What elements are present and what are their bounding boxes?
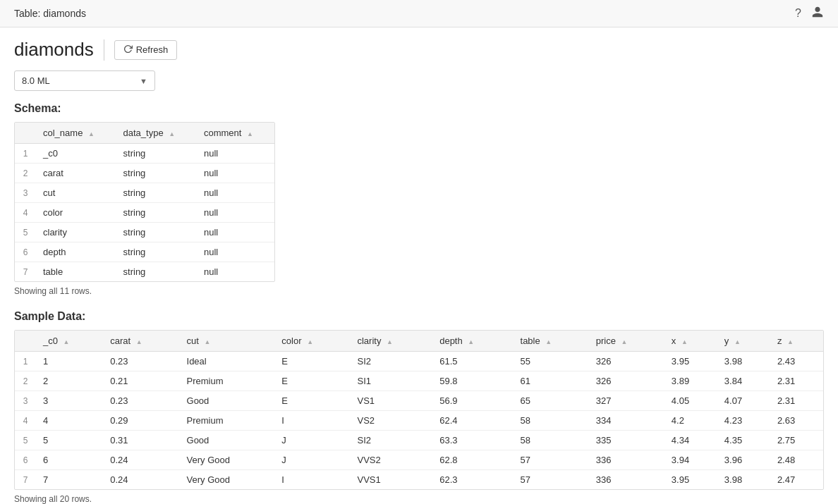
- c0-cell: 3: [36, 391, 103, 411]
- price-cell: 335: [589, 431, 664, 450]
- row-number: 4: [15, 411, 36, 431]
- table-cell: 61: [514, 371, 589, 391]
- user-icon[interactable]: [811, 6, 824, 21]
- clarity-cell: VVS2: [350, 450, 432, 470]
- y-cell: 4.35: [717, 431, 770, 450]
- sample-col-rownum: [15, 331, 36, 352]
- sample-table-wrapper: _c0 ▲ carat ▲ cut ▲ color ▲ clarity ▲ de…: [14, 330, 824, 490]
- color-cell: E: [274, 391, 350, 411]
- row-number: 3: [15, 183, 36, 203]
- version-select[interactable]: 8.0 ML: [15, 71, 154, 90]
- row-number: 1: [15, 352, 36, 371]
- x-cell: 3.95: [664, 470, 717, 490]
- depth-cell: 62.3: [432, 470, 513, 490]
- table-cell: 58: [514, 431, 589, 450]
- table-row: 3 cut string null: [15, 183, 274, 203]
- version-dropdown-wrapper[interactable]: 8.0 ML ▼: [14, 70, 155, 91]
- sample-col-cut[interactable]: cut ▲: [180, 331, 275, 352]
- z-cell: 2.47: [770, 470, 823, 490]
- price-cell: 336: [589, 470, 664, 490]
- sample-col-color[interactable]: color ▲: [274, 331, 350, 352]
- sort-icon-datatype: ▲: [169, 130, 175, 137]
- row-number: 4: [15, 203, 36, 223]
- price-cell: 334: [589, 411, 664, 431]
- c0-cell: 2: [36, 371, 103, 391]
- col-name-cell: cut: [36, 183, 116, 203]
- schema-col-datatype[interactable]: data_type ▲: [116, 123, 197, 144]
- row-number: 7: [15, 470, 36, 490]
- color-cell: J: [274, 431, 350, 450]
- clarity-cell: VS2: [350, 411, 432, 431]
- comment-cell: null: [197, 183, 274, 203]
- sort-icon-c0: ▲: [63, 338, 70, 345]
- sample-col-table[interactable]: table ▲: [514, 331, 589, 352]
- clarity-cell: SI1: [350, 371, 432, 391]
- col-name-cell: clarity: [36, 223, 116, 242]
- data-type-cell: string: [116, 203, 197, 223]
- sort-icon-color: ▲: [307, 338, 313, 345]
- sample-col-clarity[interactable]: clarity ▲: [350, 331, 432, 352]
- table-row: 6 depth string null: [15, 242, 274, 262]
- color-cell: J: [274, 450, 350, 470]
- table-row: 1 1 0.23 Ideal E SI2 61.5 55 326 3.95 3.…: [15, 352, 823, 371]
- col-name-cell: carat: [36, 164, 116, 183]
- data-type-cell: string: [116, 164, 197, 183]
- sample-showing-rows: Showing all 20 rows.: [14, 494, 824, 504]
- data-type-cell: string: [116, 262, 197, 282]
- carat-cell: 0.24: [103, 450, 179, 470]
- sample-col-carat[interactable]: carat ▲: [103, 331, 179, 352]
- row-number: 5: [15, 223, 36, 242]
- y-cell: 3.98: [717, 470, 770, 490]
- carat-cell: 0.21: [103, 371, 179, 391]
- table-row: 1 _c0 string null: [15, 144, 274, 164]
- help-icon[interactable]: ?: [795, 7, 801, 20]
- main-content: diamonds Refresh 8.0 ML ▼ Schema:: [0, 27, 838, 504]
- top-bar: Table: diamonds ?: [0, 0, 838, 27]
- col-name-cell: depth: [36, 242, 116, 262]
- page-title: diamonds: [14, 39, 94, 61]
- col-name-cell: _c0: [36, 144, 116, 164]
- sample-col-price[interactable]: price ▲: [589, 331, 664, 352]
- depth-cell: 61.5: [432, 352, 513, 371]
- sort-icon-y: ▲: [734, 338, 741, 345]
- schema-table-wrapper: col_name ▲ data_type ▲ comment ▲: [14, 122, 275, 282]
- x-cell: 4.05: [664, 391, 717, 411]
- sort-icon-z: ▲: [787, 338, 794, 345]
- price-cell: 326: [589, 371, 664, 391]
- c0-cell: 5: [36, 431, 103, 450]
- table-row: 6 6 0.24 Very Good J VVS2 62.8 57 336 3.…: [15, 450, 823, 470]
- table-cell: 57: [514, 470, 589, 490]
- sort-icon-cut: ▲: [204, 338, 210, 345]
- row-number: 2: [15, 371, 36, 391]
- sort-icon-price: ▲: [621, 338, 628, 345]
- clarity-cell: VVS1: [350, 470, 432, 490]
- schema-col-colname[interactable]: col_name ▲: [36, 123, 116, 144]
- c0-cell: 4: [36, 411, 103, 431]
- top-bar-icons: ?: [795, 6, 824, 21]
- sample-col-x[interactable]: x ▲: [664, 331, 717, 352]
- c0-cell: 6: [36, 450, 103, 470]
- cut-cell: Ideal: [180, 352, 275, 371]
- schema-col-comment[interactable]: comment ▲: [197, 123, 274, 144]
- color-cell: I: [274, 470, 350, 490]
- sample-col-y[interactable]: y ▲: [717, 331, 770, 352]
- sample-col-c0[interactable]: _c0 ▲: [36, 331, 103, 352]
- sample-col-depth[interactable]: depth ▲: [432, 331, 513, 352]
- y-cell: 3.96: [717, 450, 770, 470]
- z-cell: 2.63: [770, 411, 823, 431]
- sample-table-header-row: _c0 ▲ carat ▲ cut ▲ color ▲ clarity ▲ de…: [15, 331, 823, 352]
- schema-table-header-row: col_name ▲ data_type ▲ comment ▲: [15, 123, 274, 144]
- schema-showing-rows: Showing all 11 rows.: [14, 286, 824, 296]
- sample-col-z[interactable]: z ▲: [770, 331, 823, 352]
- y-cell: 4.07: [717, 391, 770, 411]
- z-cell: 2.31: [770, 371, 823, 391]
- row-number: 6: [15, 242, 36, 262]
- table-row: 4 color string null: [15, 203, 274, 223]
- refresh-button[interactable]: Refresh: [114, 40, 178, 60]
- data-type-cell: string: [116, 144, 197, 164]
- page-title-row: diamonds Refresh: [14, 39, 824, 61]
- c0-cell: 7: [36, 470, 103, 490]
- x-cell: 4.34: [664, 431, 717, 450]
- y-cell: 4.23: [717, 411, 770, 431]
- comment-cell: null: [197, 223, 274, 242]
